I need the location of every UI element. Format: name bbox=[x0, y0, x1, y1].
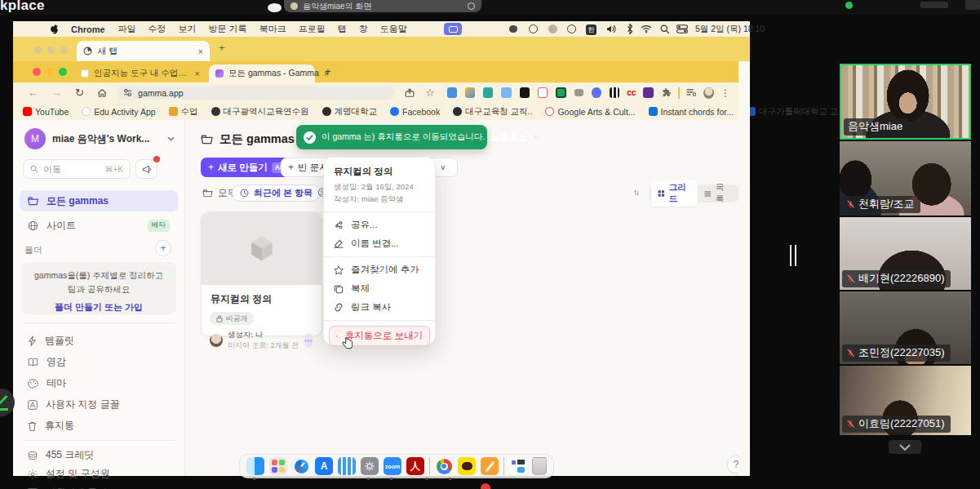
tab-gamma-active[interactable]: 모든 gammas - Gamma × bbox=[209, 64, 315, 82]
panel-resize-handle[interactable] bbox=[790, 245, 792, 266]
extension-icon-4[interactable] bbox=[501, 87, 511, 98]
create-folder-link[interactable]: 폴더 만들기 또는 가입 bbox=[21, 301, 176, 313]
dock-safari-icon[interactable] bbox=[292, 457, 310, 475]
back-tab-newtab[interactable]: 새 탭 × bbox=[77, 41, 210, 61]
filter-recent-chip[interactable]: 최근에 본 항목 bbox=[232, 184, 321, 202]
minimize-button[interactable] bbox=[46, 68, 54, 76]
address-bar[interactable]: gamma.app bbox=[117, 86, 395, 100]
dock-finder-icon[interactable] bbox=[246, 457, 264, 475]
toast-undo-link[interactable]: 실행 취소 bbox=[490, 131, 527, 143]
menu-bookmarks[interactable]: 북마크 bbox=[259, 23, 286, 35]
menu-item-favorite[interactable]: 즐겨찾기에 추가 bbox=[324, 260, 435, 279]
extension-icon-q[interactable] bbox=[643, 87, 653, 98]
participant-video-5[interactable]: 이효림(22227051) bbox=[840, 366, 971, 435]
menubar-clock[interactable]: 5월 2일 (목) 18:10 bbox=[695, 24, 765, 35]
adobe-cc-icon[interactable] bbox=[529, 24, 538, 33]
menu-item-duplicate[interactable]: 복제 bbox=[324, 279, 435, 298]
sidebar-item-credits[interactable]: 455 크레딧 bbox=[28, 448, 94, 462]
back-tab-close-icon[interactable]: × bbox=[198, 47, 203, 56]
control-center-icon[interactable] bbox=[676, 24, 688, 33]
gamma-card[interactable]: 뮤지컬의 정의 비공개 생성자: 나 마지막 조회: 2개월 전 ⋯ bbox=[201, 211, 322, 336]
site-settings-icon[interactable] bbox=[123, 88, 132, 97]
view-grid-button[interactable]: 그리드 bbox=[651, 180, 698, 207]
announcements-button[interactable] bbox=[135, 159, 157, 179]
add-folder-button[interactable]: + bbox=[155, 240, 171, 256]
new-tab-plus-icon[interactable]: + bbox=[325, 65, 331, 78]
playback-icon[interactable] bbox=[567, 24, 576, 33]
menu-profiles[interactable]: 프로필 bbox=[299, 23, 326, 35]
profile-avatar[interactable] bbox=[703, 87, 714, 99]
bluetooth-icon[interactable] bbox=[627, 24, 633, 34]
input-source-badge[interactable]: 한 bbox=[586, 24, 596, 35]
extensions-puzzle-icon[interactable] bbox=[662, 87, 672, 98]
participant-video-1[interactable]: 음악샘miae bbox=[840, 64, 971, 140]
bookmark-daegu-training[interactable]: 대구광역시교육연수원 bbox=[211, 106, 309, 118]
url-text[interactable]: gamma.app bbox=[138, 88, 183, 98]
play-status-icon[interactable] bbox=[548, 24, 557, 33]
dock-trash-icon[interactable] bbox=[532, 457, 547, 475]
collapse-participants-button[interactable] bbox=[889, 440, 921, 454]
bookmark-facebook[interactable]: Facebook bbox=[390, 107, 440, 117]
volume-icon[interactable] bbox=[606, 24, 617, 33]
menubar-app-name[interactable]: Chrome bbox=[71, 24, 105, 34]
bookmark-edu-activity[interactable]: Edu Activity App bbox=[82, 107, 155, 117]
panel-resize-handle-2[interactable] bbox=[795, 245, 796, 266]
bookmark-class[interactable]: 수업 bbox=[169, 106, 198, 118]
screen-recording-indicator[interactable] bbox=[444, 23, 462, 35]
toast-close-icon[interactable]: × bbox=[533, 131, 539, 143]
menu-window[interactable]: 창 bbox=[359, 23, 368, 35]
dock-appstore-icon[interactable]: A bbox=[315, 457, 333, 475]
bookmark-daegu-edu[interactable]: 대구교육청 교직.. bbox=[453, 106, 532, 118]
participant-video-3[interactable]: 배기현(22226890) bbox=[840, 217, 971, 290]
sidebar-item-inspiration[interactable]: 영감 bbox=[28, 355, 66, 369]
menu-item-copy-link[interactable]: 링크 복사 bbox=[324, 298, 435, 317]
viewing-screen-pill[interactable]: 음악샘miae의 화면 bbox=[284, 0, 481, 12]
back-zoom-button[interactable] bbox=[60, 47, 68, 54]
menu-edit[interactable]: 수정 bbox=[149, 23, 166, 35]
reading-list-icon[interactable] bbox=[686, 88, 696, 97]
chrome-menu-icon[interactable]: ⋮ bbox=[721, 87, 730, 99]
forward-nav-icon[interactable]: → bbox=[51, 87, 62, 99]
extension-icon-3[interactable] bbox=[483, 87, 493, 98]
extension-icon-7[interactable] bbox=[556, 87, 565, 98]
extension-icon-qr[interactable] bbox=[610, 87, 619, 98]
sidebar-item-sites[interactable]: 사이트 베타 bbox=[20, 215, 178, 236]
extension-icon-9[interactable] bbox=[592, 87, 601, 98]
extension-icon-6[interactable] bbox=[538, 87, 548, 98]
extension-icon-cc[interactable]: cc bbox=[627, 88, 636, 97]
menu-view[interactable]: 보기 bbox=[179, 23, 197, 35]
close-button[interactable] bbox=[33, 68, 41, 76]
bookmark-catholic-univ[interactable]: 대구가톨릭대학교 교.. bbox=[747, 106, 843, 118]
back-nav-icon[interactable]: ← bbox=[28, 87, 38, 99]
tab-ai-tools[interactable]: 인공지능 도구 내 수업에 적용하기 × bbox=[75, 64, 206, 82]
bookmark-youtube[interactable]: YouTube bbox=[23, 107, 69, 117]
reload-icon[interactable]: ↻ bbox=[75, 87, 84, 99]
sidebar-item-all-gammas[interactable]: 모든 gammas bbox=[20, 190, 178, 211]
menu-item-share[interactable]: 공유... bbox=[324, 216, 435, 234]
participant-video-2[interactable]: 천휘람/조교 bbox=[840, 141, 971, 216]
dock-kakaotalk-icon[interactable] bbox=[458, 457, 476, 475]
extension-icon-8[interactable] bbox=[574, 89, 583, 96]
sidebar-item-custom-fonts[interactable]: 사용자 지정 글꼴 bbox=[28, 398, 120, 411]
dock-acrobat-icon[interactable]: 人 bbox=[406, 457, 424, 475]
home-icon[interactable] bbox=[97, 88, 107, 98]
menu-item-rename[interactable]: 이름 변경... bbox=[324, 234, 435, 253]
apple-logo-icon[interactable] bbox=[51, 24, 60, 34]
dock-zoom-icon[interactable]: zoom bbox=[384, 457, 401, 475]
dock-widgets-icon[interactable] bbox=[509, 457, 527, 475]
sidebar-item-themes[interactable]: 테마 bbox=[28, 376, 66, 390]
bookmark-star-icon[interactable]: ☆ bbox=[425, 87, 435, 99]
extension-icon-1[interactable] bbox=[447, 87, 457, 98]
sidebar-item-support[interactable]: 지원팀에 문의 bbox=[28, 486, 107, 489]
menu-tab[interactable]: 탭 bbox=[338, 23, 347, 35]
sidebar-item-trash[interactable]: 휴지통 bbox=[28, 419, 74, 433]
dock-pencil-app-icon[interactable] bbox=[481, 457, 499, 475]
notification-icon[interactable] bbox=[509, 25, 517, 33]
share-icon[interactable] bbox=[405, 88, 415, 98]
back-newtab-plus-icon[interactable]: + bbox=[219, 42, 225, 54]
tab1-close-icon[interactable]: × bbox=[195, 69, 200, 78]
search-input[interactable]: 이동 ⌘+K bbox=[23, 159, 131, 179]
bookmark-keimyung[interactable]: 계명대학교 bbox=[322, 106, 378, 118]
dock-settings-icon[interactable] bbox=[361, 457, 379, 475]
card-more-button[interactable]: ⋯ bbox=[304, 333, 313, 348]
